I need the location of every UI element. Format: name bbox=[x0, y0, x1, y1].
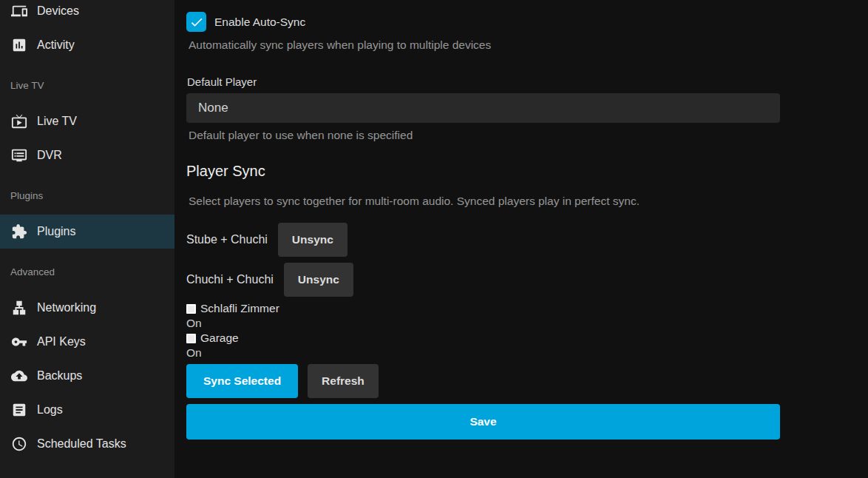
sidebar-item-backups[interactable]: Backups bbox=[0, 359, 174, 393]
sync-actions: Sync Selected Refresh bbox=[186, 364, 780, 398]
auto-sync-checkbox[interactable] bbox=[186, 12, 206, 32]
sidebar-item-label: Scheduled Tasks bbox=[37, 437, 126, 451]
player-checkbox-item: Garage On bbox=[186, 331, 780, 360]
player-status: On bbox=[186, 316, 780, 331]
networking-icon bbox=[10, 299, 28, 317]
synced-group-label: Stube + Chuchi bbox=[186, 233, 268, 246]
sidebar-item-dvr[interactable]: DVR bbox=[0, 138, 174, 172]
sidebar-item-devices[interactable]: Devices bbox=[0, 0, 174, 28]
devices-icon bbox=[10, 2, 28, 20]
player-checkbox-line[interactable]: Schlafli Zimmer bbox=[186, 301, 780, 316]
sidebar-item-live-tv[interactable]: Live TV bbox=[0, 104, 174, 138]
refresh-button[interactable]: Refresh bbox=[308, 364, 379, 398]
player-label: Schlafli Zimmer bbox=[200, 302, 279, 315]
synced-group-label: Chuchi + Chuchi bbox=[186, 273, 274, 286]
key-icon bbox=[10, 333, 28, 351]
player-label: Garage bbox=[200, 331, 239, 345]
backup-cloud-icon bbox=[10, 367, 28, 385]
default-player-label: Default Player bbox=[187, 75, 780, 88]
auto-sync-row: Enable Auto-Sync bbox=[186, 12, 780, 32]
sidebar-item-label: Networking bbox=[37, 301, 96, 314]
sidebar-section-header-advanced: Advanced bbox=[0, 266, 174, 280]
unsync-button[interactable]: Unsync bbox=[278, 223, 347, 257]
clock-icon bbox=[10, 435, 28, 453]
player-checkbox[interactable] bbox=[186, 304, 196, 314]
plugin-settings-panel: Enable Auto-Sync Automatically sync play… bbox=[174, 0, 868, 440]
sidebar: Devices Activity Live TV Live TV DVR Plu… bbox=[0, 0, 174, 478]
sidebar-item-label: Devices bbox=[37, 4, 79, 18]
auto-sync-description: Automatically sync players when playing … bbox=[189, 38, 780, 52]
sidebar-item-networking[interactable]: Networking bbox=[0, 291, 174, 325]
sidebar-nav: Devices Activity Live TV Live TV DVR Plu… bbox=[0, 0, 174, 461]
player-sync-title: Player Sync bbox=[186, 162, 780, 180]
player-list: Schlafli Zimmer On Garage On bbox=[186, 301, 780, 360]
player-checkbox-line[interactable]: Garage bbox=[186, 331, 780, 346]
sidebar-item-api-keys[interactable]: API Keys bbox=[0, 325, 174, 359]
sync-selected-button[interactable]: Sync Selected bbox=[186, 364, 298, 398]
player-checkbox-item: Schlafli Zimmer On bbox=[186, 301, 780, 331]
sidebar-item-label: Logs bbox=[37, 403, 63, 417]
save-button[interactable]: Save bbox=[186, 404, 780, 440]
default-player-description: Default player to use when none is speci… bbox=[189, 128, 780, 142]
unsync-button[interactable]: Unsync bbox=[284, 263, 353, 297]
sidebar-item-label: Plugins bbox=[37, 225, 75, 238]
sidebar-item-plugins[interactable]: Plugins bbox=[0, 215, 174, 249]
default-player-value: None bbox=[198, 101, 228, 115]
synced-group-row: Chuchi + Chuchi Unsync bbox=[186, 263, 780, 297]
sidebar-item-label: Activity bbox=[37, 38, 75, 52]
auto-sync-label[interactable]: Enable Auto-Sync bbox=[214, 16, 305, 29]
sidebar-item-label: Backups bbox=[37, 369, 82, 383]
sidebar-item-label: DVR bbox=[37, 149, 62, 162]
player-checkbox[interactable] bbox=[186, 334, 196, 343]
sidebar-item-label: Live TV bbox=[37, 115, 77, 128]
sidebar-item-activity[interactable]: Activity bbox=[0, 28, 174, 62]
live-tv-icon bbox=[10, 112, 28, 130]
sidebar-item-scheduled-tasks[interactable]: Scheduled Tasks bbox=[0, 427, 174, 461]
default-player-select[interactable]: None bbox=[186, 93, 780, 123]
activity-icon bbox=[10, 36, 28, 54]
plugins-icon bbox=[10, 223, 28, 240]
dvr-icon bbox=[10, 147, 28, 164]
player-sync-description: Select players to sync together for mult… bbox=[189, 195, 780, 208]
sidebar-section-header-plugins: Plugins bbox=[0, 190, 174, 203]
player-status: On bbox=[186, 346, 780, 360]
logs-icon bbox=[10, 401, 28, 419]
checkmark-icon bbox=[189, 15, 204, 30]
sidebar-section-header-live-tv: Live TV bbox=[0, 80, 174, 93]
sidebar-item-logs[interactable]: Logs bbox=[0, 393, 174, 427]
sidebar-item-label: API Keys bbox=[37, 335, 86, 349]
synced-group-row: Stube + Chuchi Unsync bbox=[186, 223, 780, 257]
